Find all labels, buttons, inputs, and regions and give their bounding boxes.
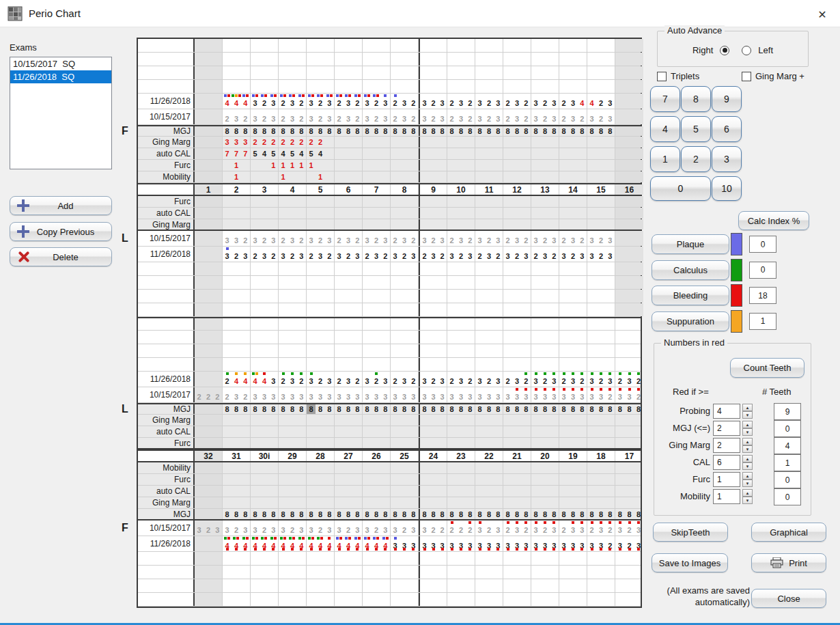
tooth-cell-4[interactable]: 4 [279, 184, 307, 195]
tooth-cell-5[interactable] [307, 80, 335, 93]
tooth-cell-9[interactable] [419, 137, 447, 148]
tooth-cell-13[interactable]: 13 [531, 184, 559, 195]
tooth-cell-16[interactable] [615, 80, 643, 93]
tooth-cell-3[interactable] [251, 39, 279, 52]
numpad-5-button[interactable]: 5 [681, 116, 711, 142]
tooth-cell-12[interactable] [503, 80, 531, 93]
tooth-cell-14[interactable] [559, 219, 587, 230]
tooth-cell-23[interactable] [447, 331, 475, 344]
tooth-cell-6[interactable] [335, 137, 363, 148]
plaque-button[interactable]: Plaque [652, 234, 729, 254]
tooth-cell-5[interactable] [307, 66, 335, 79]
tooth-cell-11[interactable] [475, 80, 503, 93]
tooth-cell-14[interactable] [559, 160, 587, 171]
bleeding-button[interactable]: Bleeding [652, 286, 729, 305]
tooth-cell-12[interactable] [503, 219, 531, 230]
tooth-cell-12[interactable] [503, 148, 531, 159]
tooth-cell-20[interactable] [531, 438, 559, 448]
tooth-cell-24[interactable]: 333 [419, 536, 447, 551]
tooth-cell-26[interactable] [363, 593, 391, 606]
tooth-cell-11[interactable] [475, 262, 503, 275]
tooth-cell-25[interactable]: 888 [391, 509, 419, 519]
tooth-cell-3[interactable] [251, 303, 279, 316]
tooth-cell-6[interactable] [335, 276, 363, 289]
tooth-cell-24[interactable]: 323 [419, 372, 447, 387]
tooth-cell-24[interactable] [419, 344, 447, 357]
tooth-cell-24[interactable]: 333 [419, 387, 447, 402]
close-window-button[interactable]: ✕ [814, 6, 830, 23]
tooth-cell-18[interactable] [587, 593, 615, 606]
calculus-button[interactable]: Calculus [652, 260, 729, 280]
tooth-cell-2[interactable]: 323 [223, 247, 251, 262]
tooth-cell-25[interactable] [391, 593, 419, 606]
cal-spinner-down[interactable]: ▼ [742, 462, 753, 470]
tooth-cell-27[interactable]: 444 [335, 536, 363, 551]
tooth-cell-8[interactable] [391, 53, 419, 66]
tooth-cell-32[interactable] [195, 474, 223, 485]
tooth-cell-30i[interactable] [251, 593, 279, 606]
tooth-cell-9[interactable] [419, 219, 447, 230]
tooth-cell-30i[interactable] [251, 566, 279, 579]
tooth-cell-10[interactable]: 232 [447, 109, 475, 124]
tooth-cell-19[interactable]: 19 [559, 451, 587, 461]
tooth-cell-4[interactable] [279, 262, 307, 275]
tooth-cell-28[interactable] [307, 566, 335, 579]
tooth-cell-10[interactable]: 232 [447, 94, 475, 109]
tooth-cell-3[interactable]: 545 [251, 148, 279, 159]
tooth-cell-2[interactable] [223, 80, 251, 93]
tooth-cell-14[interactable] [559, 80, 587, 93]
tooth-cell-5[interactable]: 1 [307, 171, 335, 182]
tooth-cell-28[interactable] [307, 497, 335, 508]
tooth-cell-30i[interactable]: 444 [251, 536, 279, 551]
tooth-cell-6[interactable]: 6 [335, 184, 363, 195]
tooth-cell-29[interactable]: 232 [279, 372, 307, 387]
tooth-cell-16[interactable] [615, 262, 643, 275]
tooth-cell-32[interactable] [195, 426, 223, 437]
tooth-cell-19[interactable]: 333 [559, 536, 587, 551]
tooth-cell-32[interactable]: 323 [195, 520, 223, 536]
tooth-cell-28[interactable] [307, 579, 335, 592]
tooth-cell-31[interactable] [223, 474, 251, 485]
tooth-cell-6[interactable] [335, 160, 363, 171]
tooth-cell-18[interactable] [587, 486, 615, 497]
ging-marg-plus-checkbox[interactable] [742, 72, 751, 81]
tooth-cell-15[interactable] [587, 196, 615, 207]
tooth-cell-31[interactable] [223, 331, 251, 344]
tooth-cell-22[interactable] [475, 462, 503, 473]
tooth-cell-25[interactable] [391, 486, 419, 497]
tooth-cell-19[interactable] [559, 358, 587, 371]
tooth-cell-25[interactable]: 888 [391, 404, 419, 414]
tooth-cell-23[interactable] [447, 593, 475, 606]
probing-teeth-count-box[interactable]: 9 [774, 403, 801, 420]
tooth-cell-10[interactable] [447, 80, 475, 93]
tooth-cell-6[interactable]: 232 [335, 231, 363, 246]
tooth-cell-31[interactable]: 888 [223, 404, 251, 414]
tooth-cell-32[interactable] [195, 404, 223, 414]
tooth-cell-20[interactable] [531, 486, 559, 497]
tooth-cell-26[interactable]: 323 [363, 520, 391, 536]
tooth-cell-8[interactable]: 232 [391, 231, 419, 246]
tooth-cell-1[interactable] [195, 137, 223, 148]
tooth-cell-8[interactable] [391, 39, 419, 52]
tooth-cell-23[interactable]: 232 [447, 372, 475, 387]
tooth-cell-5[interactable] [307, 276, 335, 289]
tooth-cell-7[interactable] [363, 39, 391, 52]
tooth-cell-11[interactable] [475, 39, 503, 52]
tooth-cell-5[interactable] [307, 53, 335, 66]
tooth-cell-27[interactable] [335, 566, 363, 579]
tooth-cell-8[interactable] [391, 290, 419, 303]
tooth-cell-4[interactable] [279, 196, 307, 207]
tooth-cell-9[interactable] [419, 160, 447, 171]
tooth-cell-13[interactable]: 888 [531, 126, 559, 136]
tooth-cell-20[interactable] [531, 331, 559, 344]
suppuration-button[interactable]: Suppuration [652, 311, 729, 331]
tooth-cell-13[interactable] [531, 53, 559, 66]
tooth-cell-23[interactable] [447, 462, 475, 473]
tooth-cell-2[interactable]: 777 [223, 148, 251, 159]
tooth-cell-22[interactable]: 22 [475, 451, 503, 461]
tooth-cell-7[interactable] [363, 303, 391, 316]
tooth-cell-19[interactable] [559, 579, 587, 592]
tooth-cell-30i[interactable] [251, 486, 279, 497]
tooth-cell-7[interactable] [363, 137, 391, 148]
tooth-cell-22[interactable]: 888 [475, 509, 503, 519]
